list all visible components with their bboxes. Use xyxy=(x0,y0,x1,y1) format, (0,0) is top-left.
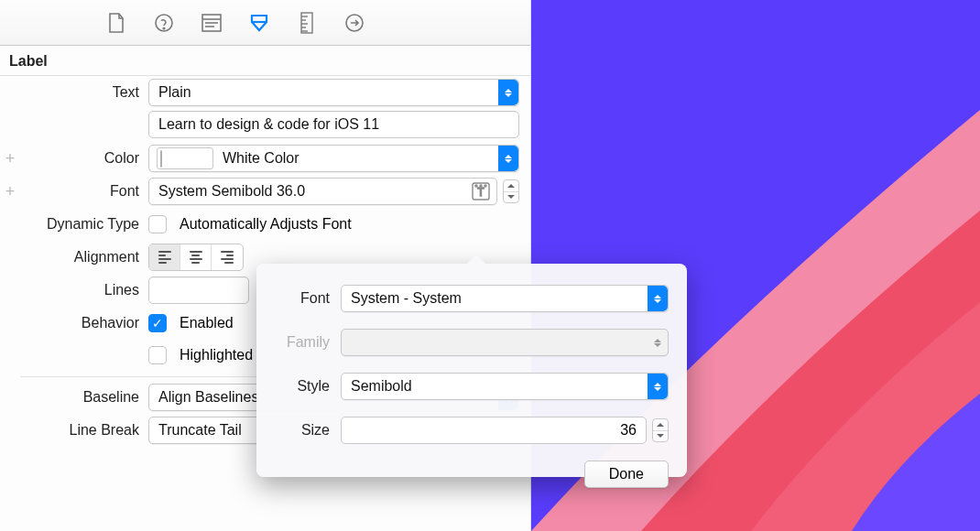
chevron-updown-icon xyxy=(498,146,518,171)
svg-point-19 xyxy=(485,185,486,187)
alignment-label: Alignment xyxy=(20,249,148,266)
alignment-segmented[interactable] xyxy=(148,244,244,271)
popover-font-popup[interactable]: System - System xyxy=(341,285,669,312)
font-picker-icon[interactable]: T xyxy=(469,179,493,203)
popover-font-label: Font xyxy=(275,290,341,307)
font-value: System Semibold 36.0 xyxy=(149,183,469,200)
svg-text:T: T xyxy=(477,186,485,199)
done-button[interactable]: Done xyxy=(584,461,669,488)
popover-family-label: Family xyxy=(275,334,341,351)
popover-style-label: Style xyxy=(275,378,341,395)
identity-inspector-icon[interactable] xyxy=(198,9,225,37)
color-name: White Color xyxy=(213,150,498,167)
chevron-updown-icon xyxy=(648,330,668,355)
font-stepper[interactable] xyxy=(503,179,519,203)
linebreak-label: Line Break xyxy=(20,422,148,439)
align-center-button[interactable] xyxy=(180,244,212,270)
file-inspector-icon[interactable] xyxy=(103,9,130,37)
color-popup[interactable]: White Color xyxy=(148,145,519,172)
dynamic-type-label: Dynamic Type xyxy=(20,216,148,233)
popover-size-stepper[interactable] xyxy=(652,418,669,442)
color-label: Color xyxy=(20,150,148,167)
popover-style-value: Semibold xyxy=(342,378,648,395)
font-popover: Font System - System Family Style Semibo… xyxy=(256,264,687,477)
enabled-check-label: Enabled xyxy=(180,315,234,331)
highlighted-checkbox[interactable] xyxy=(148,346,167,364)
chevron-updown-icon xyxy=(648,286,668,311)
chevron-updown-icon xyxy=(648,374,668,399)
popover-family-popup xyxy=(341,329,669,356)
connections-inspector-icon[interactable] xyxy=(341,9,368,37)
chevron-updown-icon xyxy=(498,80,518,105)
lines-label: Lines xyxy=(20,282,148,298)
popover-size-label: Size xyxy=(275,422,341,439)
help-inspector-icon[interactable] xyxy=(150,9,178,37)
attributes-inspector-icon[interactable] xyxy=(245,9,273,37)
inspector-toolbar xyxy=(0,0,530,46)
enabled-checkbox[interactable]: ✓ xyxy=(148,314,167,332)
text-style-popup[interactable]: Plain xyxy=(148,79,519,106)
add-property-button[interactable]: + xyxy=(0,182,20,201)
popover-style-popup[interactable]: Semibold xyxy=(341,373,669,400)
svg-point-2 xyxy=(163,27,165,29)
svg-point-18 xyxy=(480,185,482,187)
lines-field[interactable] xyxy=(148,276,249,304)
popover-size-field[interactable] xyxy=(341,417,647,444)
text-style-value: Plain xyxy=(149,84,498,101)
popover-font-value: System - System xyxy=(342,290,648,307)
text-label: Text xyxy=(20,84,148,101)
color-swatch xyxy=(157,147,213,169)
font-label: Font xyxy=(20,183,148,200)
behavior-label: Behavior xyxy=(20,315,148,331)
font-field[interactable]: System Semibold 36.0 T xyxy=(148,178,497,205)
add-property-button[interactable]: + xyxy=(0,149,20,168)
align-left-button[interactable] xyxy=(149,244,180,270)
section-header-label: Label xyxy=(0,46,530,76)
svg-rect-8 xyxy=(301,13,312,33)
highlighted-check-label: Highlighted xyxy=(180,347,253,363)
dynamic-type-check-label: Automatically Adjusts Font xyxy=(180,216,352,233)
svg-point-17 xyxy=(475,185,477,187)
dynamic-type-checkbox[interactable] xyxy=(148,215,167,233)
text-value-field[interactable] xyxy=(148,111,519,138)
baseline-label: Baseline xyxy=(20,389,148,406)
align-right-button[interactable] xyxy=(212,244,243,270)
size-inspector-icon[interactable] xyxy=(293,9,321,37)
